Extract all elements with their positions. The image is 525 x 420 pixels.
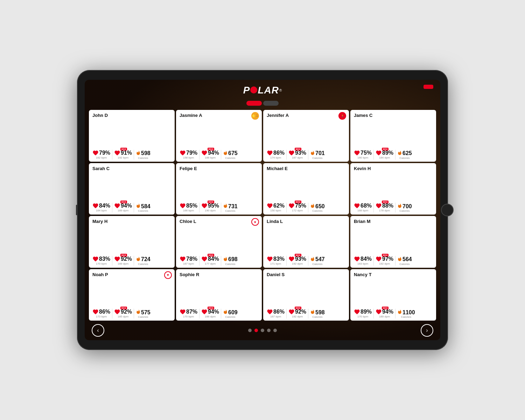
calories-num: 598 [141,150,150,156]
avg-stat-main: 87% [180,309,197,315]
home-button[interactable] [441,204,454,216]
max-heart-icon [201,150,208,156]
fire-icon [223,257,228,262]
max-heart-icon [288,150,295,156]
max-pct: 75% [295,203,306,209]
max-pct: 91% [121,150,132,156]
calories-main: 700 [397,203,412,209]
athlete-card[interactable]: Michael E 62% 150 bpm MAX 75% 172 dpm [263,163,349,215]
tab-show-summary[interactable] [246,101,262,106]
max-stat: MAX 84% 177 dpm [201,256,219,266]
calories-stat: 625 Calories [397,150,412,160]
max-stat-main: 75% [288,203,306,209]
avg-stat: 79% 162 bpm [92,150,110,160]
athlete-card[interactable]: James C 75% 160 bpm MAX 89% 184 dpm [350,110,436,162]
max-heart-icon [114,309,120,315]
athlete-card[interactable]: Chloe L ♥ 78% 167 bpm MAX 84% 177 [176,216,262,268]
athlete-card[interactable]: Jennifer A 🏃 86% 174 bpm MAX 93% [263,110,349,162]
stat-divider-1 [112,256,112,266]
side-button [76,205,77,215]
page-dot[interactable] [273,329,277,332]
calories-main: 598 [310,309,325,315]
avg-stat: 75% 160 bpm [354,150,372,160]
max-bpm: 177 dpm [205,262,216,266]
avg-stat-main: 83% [92,256,110,262]
calories-main: 675 [223,150,238,156]
max-stat-main: 94% [201,309,219,315]
badge-star-runner: ⭐ 🏃 [251,112,259,120]
athlete-card[interactable]: Nancy T 89% 170 bpm MAX 94% 189 dpm [350,269,436,321]
close-session-button[interactable] [424,85,433,89]
calories-num: 598 [315,310,325,315]
avg-stat: 68% 168 bpm [354,203,372,212]
max-stat: MAX 93% 192 dpm [288,256,306,266]
logo-registered: ® [279,89,282,92]
athlete-card[interactable]: Daniel S 86% 167 bpm MAX 92% 192 dpm [263,269,349,321]
max-label: MAX [208,307,214,309]
stat-divider-2 [395,309,396,318]
avg-stat-main: 86% [267,309,285,315]
stat-divider-2 [221,203,221,212]
max-bpm: 192 bpm [118,156,128,160]
page-dot[interactable] [261,329,264,332]
athlete-card[interactable]: Sarah C 84% 164 bpm MAX 94% 189 dpm [89,163,175,215]
avg-stat-main: 85% [180,203,197,209]
athlete-stats: 79% 158 bpm MAX 94% 188 bpm 675 [180,150,258,160]
athlete-stats: 68% 168 bpm MAX 88% 178 dpm 700 [354,203,433,212]
fire-icon [136,150,141,156]
avg-stat: 85% 166 bpm [180,203,197,212]
avg-stat: 86% 167 bpm [267,309,285,318]
athlete-card[interactable]: Noah P ♥ 86% 173 bpm MAX 92% 185 [89,269,175,321]
stat-divider-2 [395,150,396,160]
calories-num: 675 [228,150,238,156]
tab-show-hr-zones[interactable] [263,101,279,106]
calories-num: 731 [228,204,238,209]
athlete-name: Mary H [92,219,171,224]
max-bpm: 189 dpm [379,315,390,318]
avg-heart-icon [267,150,273,156]
max-pct: 84% [208,256,219,262]
avg-pct: 86% [273,309,285,315]
athlete-card[interactable]: Linda L 83% 171 bpm MAX 93% 192 dpm [263,216,349,268]
max-pct: 92% [121,256,132,262]
max-pct: 93% [295,256,306,262]
max-heart-icon [114,256,120,262]
calories-stat: 564 Calories [397,257,412,266]
calories-main: 609 [223,309,238,315]
fire-icon [310,203,315,209]
athlete-card[interactable]: Kevin H 68% 168 bpm MAX 88% 178 dpm [350,163,436,215]
avg-bpm: 160 bpm [357,156,368,160]
athlete-card[interactable]: Sophie R 87% 170 bpm MAX 94% 188 dpm [176,269,262,321]
avg-bpm: 166 bpm [183,209,194,212]
avg-stat: 83% 170 bpm [92,256,110,266]
max-stat: MAX 92% 185 dpm [114,309,132,318]
next-button[interactable]: › [421,324,433,337]
athlete-card[interactable]: Brian M 84% 183 bpm MAX 97% 192 dpm [350,216,436,268]
max-bpm: 188 bpm [205,156,216,160]
athlete-card[interactable]: John D 79% 162 bpm MAX 91% 192 bpm [89,110,175,162]
prev-button[interactable]: ‹ [92,324,104,337]
athlete-card[interactable]: Jasmine A ⭐ 🏃 79% 158 bpm MAX 94% [176,110,262,162]
calories-stat: 1100 Calories [397,309,415,318]
athlete-card[interactable]: Felipe E 85% 166 bpm MAX 95% 190 dpm [176,163,262,215]
max-stat-main: 91% [114,150,132,156]
max-pct: 94% [382,309,393,315]
avg-stat-main: 86% [92,309,110,315]
stat-divider-1 [199,203,200,212]
max-pct: 94% [208,309,219,315]
athlete-stats: 83% 171 bpm MAX 93% 192 dpm 547 [267,256,345,266]
avg-bpm: 170 bpm [183,315,194,318]
page-dot[interactable] [248,329,252,332]
avg-heart-icon [180,256,186,262]
max-stat: MAX 92% 192 dpm [288,309,306,318]
athlete-stats: 86% 167 bpm MAX 92% 192 dpm 598 [267,309,345,318]
athlete-stats: 79% 162 bpm MAX 91% 192 bpm 598 [92,150,171,160]
page-dot[interactable] [267,329,271,332]
athlete-card[interactable]: Mary H 83% 170 bpm MAX 92% 189 dpm [89,216,175,268]
stat-divider-1 [373,309,374,318]
page-dot[interactable] [254,329,258,332]
max-stat: MAX 94% 189 dpm [376,309,393,318]
avg-stat: 89% 170 bpm [354,309,372,318]
avg-bpm: 171 bpm [270,262,281,266]
max-label: MAX [382,201,388,203]
